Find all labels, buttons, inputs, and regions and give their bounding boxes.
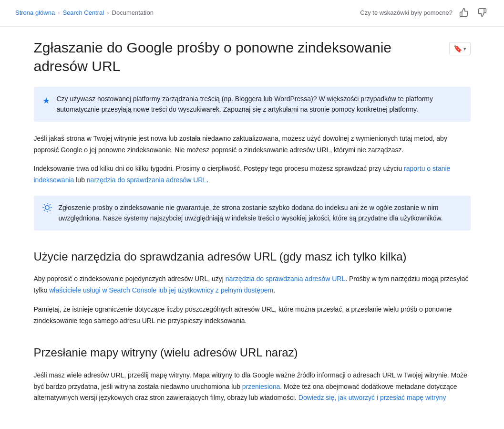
bookmark-button[interactable]: 🔖 ▾ [449, 42, 471, 55]
thumbs-down-button[interactable] [475, 6, 489, 21]
bulb-icon [42, 203, 52, 217]
body-p2-before: Indeksowanie trwa od kilku dni do kilku … [34, 165, 404, 172]
bookmark-dropdown-icon: ▾ [463, 46, 466, 52]
breadcrumb-search-central[interactable]: Search Central [62, 8, 104, 18]
thumbs-up-button[interactable] [457, 6, 471, 21]
svg-line-3 [44, 204, 44, 205]
callout-star-text: Czy używasz hostowanej platformy zarządz… [57, 94, 462, 115]
svg-point-0 [45, 206, 49, 209]
link-url-inspection-tool[interactable]: narzędzia do sprawdzania adresów URL [226, 275, 345, 283]
main-content: Zgłaszanie do Google prośby o ponowne zi… [19, 27, 486, 429]
link-search-console-owners[interactable]: właściciele usługi w Search Console lub … [49, 286, 273, 294]
section2-paragraph-1: Jeśli masz wiele adresów URL, prześlij m… [34, 370, 471, 404]
thumbs-up-icon [459, 8, 469, 17]
callout-star: ★ Czy używasz hostowanej platformy zarzą… [34, 87, 471, 122]
breadcrumb: Strona główna › Search Central › Documen… [15, 8, 154, 18]
s1p1-before: Aby poprosić o zindeksowanie pojedynczyc… [34, 275, 226, 283]
breadcrumb-current: Documentation [112, 8, 154, 18]
s1p1-end: . [273, 286, 275, 294]
svg-line-8 [50, 204, 50, 205]
bookmark-icon: 🔖 [453, 44, 463, 53]
section1-paragraph-2: Pamiętaj, że istnieje ograniczenie dotyc… [34, 304, 471, 327]
callout-bulb-text: Zgłoszenie prośby o zindeksowanie nie gw… [59, 202, 462, 224]
section-title-1: Użycie narzędzia do sprawdzania adresów … [34, 248, 471, 266]
thumbs-down-icon [477, 8, 487, 17]
body-paragraph-1: Jeśli jakaś strona w Twojej witrynie jes… [34, 133, 471, 156]
page-title-area: Zgłaszanie do Google prośby o ponowne zi… [34, 38, 471, 75]
callout-bulb: Zgłoszenie prośby o zindeksowanie nie gw… [34, 196, 471, 230]
breadcrumb-home[interactable]: Strona główna [15, 8, 55, 18]
breadcrumb-sep-1: › [58, 8, 60, 18]
breadcrumb-bar: Strona główna › Search Central › Documen… [0, 0, 504, 27]
feedback-label: Czy te wskazówki były pomocne? [360, 8, 453, 18]
body-p2-after: . [206, 176, 208, 184]
page-title: Zgłaszanie do Google prośby o ponowne zi… [34, 38, 443, 75]
section-title-2: Przesłanie mapy witryny (wielu adresów U… [34, 344, 471, 362]
feedback-area: Czy te wskazówki były pomocne? [360, 6, 489, 21]
breadcrumb-sep-2: › [107, 8, 109, 18]
section1-paragraph-1: Aby poprosić o zindeksowanie pojedynczyc… [34, 273, 471, 296]
body-paragraph-2: Indeksowanie trwa od kilku dni do kilku … [34, 163, 471, 186]
svg-line-7 [44, 210, 44, 210]
star-icon: ★ [42, 94, 50, 108]
svg-line-4 [50, 210, 50, 210]
link-url-inspection[interactable]: narzędzia do sprawdzania adresów URL [87, 176, 206, 184]
body-p2-mid: lub [74, 176, 86, 184]
link-moved[interactable]: przeniesiona [242, 383, 280, 390]
link-create-sitemap[interactable]: Dowiedz się, jak utworzyć i przesłać map… [298, 394, 446, 401]
